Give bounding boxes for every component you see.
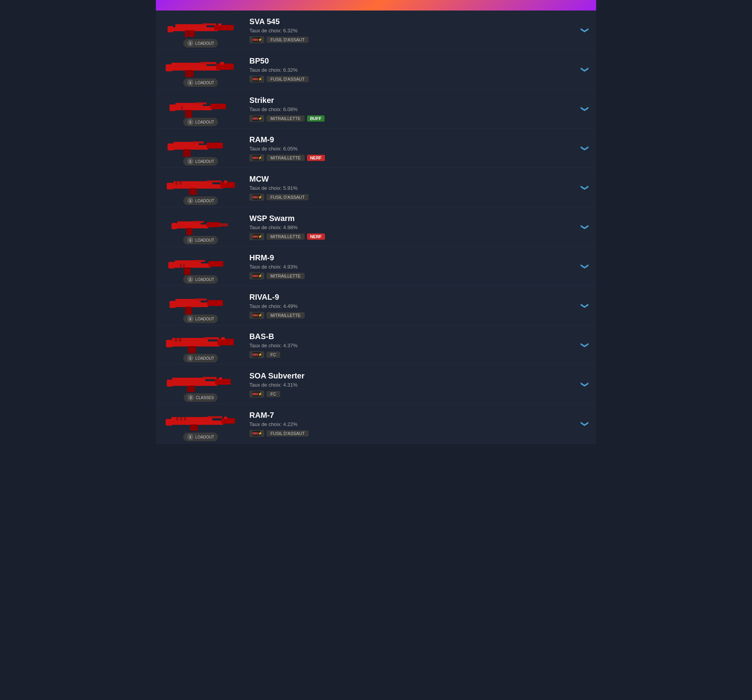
svg-rect-44 [194, 221, 204, 223]
game-tag: MW⚡ [249, 154, 264, 161]
svg-rect-58 [169, 301, 176, 308]
svg-rect-50 [168, 262, 175, 269]
weapon-image-area: 1 LOADOUT [160, 329, 242, 361]
type-tag: MITRAILLETTE [267, 273, 305, 279]
badge-number: 1 [187, 355, 193, 361]
svg-rect-79 [190, 424, 198, 431]
badge-label: LOADOUT [195, 120, 214, 124]
svg-rect-5 [218, 23, 221, 26]
badge-label: LOADOUT [195, 317, 214, 321]
svg-rect-20 [185, 110, 192, 118]
badge-number: 2 [187, 394, 194, 401]
loadout-badge: 1 LOADOUT [183, 236, 218, 244]
chevron-down-icon: ❯ [581, 302, 590, 309]
weapon-name: SOA Subverter [249, 371, 573, 380]
chevron-down-icon: ❯ [581, 381, 590, 388]
svg-rect-70 [172, 378, 205, 382]
type-tag: FUSIL D'ASSAUT [267, 194, 309, 200]
chevron-area[interactable]: ❯ [573, 222, 588, 232]
weapon-tags: MW⚡ FUSIL D'ASSAUT [249, 36, 573, 43]
loadout-badge: 1 LOADOUT [183, 157, 218, 166]
game-tag: MW⚡ [249, 233, 264, 240]
weapon-tags: MW⚡ FUSIL D'ASSAUT [249, 430, 573, 437]
mw-logo-icon: MW⚡ [252, 76, 261, 82]
weapon-info: RIVAL-9 Taux de choix: 4.49% MW⚡ MITRAIL… [249, 293, 573, 319]
svg-rect-1 [175, 24, 207, 27]
weapon-name: RAM-7 [249, 411, 573, 420]
chevron-down-icon: ❯ [581, 66, 590, 73]
badge-label: LOADOUT [195, 199, 214, 203]
chevron-area[interactable]: ❯ [573, 65, 588, 74]
loadout-badge: 1 LOADOUT [183, 433, 218, 441]
chevron-area[interactable]: ❯ [573, 419, 588, 428]
weapon-name: WSP Swarm [249, 214, 573, 223]
weapon-row[interactable]: 1 LOADOUT BP50 Taux de choix: 6.32% MW⚡ … [156, 50, 596, 89]
chevron-area[interactable]: ❯ [573, 143, 588, 153]
badge-number: 1 [187, 276, 193, 283]
game-tag: MW⚡ [249, 312, 264, 319]
svg-rect-9 [191, 30, 193, 37]
weapon-name: MCW [249, 175, 573, 184]
mw-logo-icon: MW⚡ [252, 273, 261, 279]
weapon-tags: MW⚡ FC [249, 351, 573, 358]
weapon-name: BP50 [249, 57, 573, 65]
weapon-name: BAS-B [249, 332, 573, 341]
loadout-badge: 1 LOADOUT [183, 275, 218, 284]
loadout-badge: 1 LOADOUT [183, 354, 218, 362]
header [156, 0, 596, 11]
svg-rect-27 [183, 149, 191, 157]
svg-rect-83 [176, 417, 178, 421]
chevron-area[interactable]: ❯ [573, 104, 588, 113]
type-tag: FUSIL D'ASSAUT [267, 430, 309, 437]
chevron-down-icon: ❯ [581, 224, 590, 230]
game-tag: MW⚡ [249, 36, 264, 43]
loadout-badge: 1 LOADOUT [183, 315, 218, 323]
svg-rect-59 [195, 299, 207, 301]
chevron-area[interactable]: ❯ [573, 183, 588, 192]
weapon-row[interactable]: 1 LOADOUT WSP Swarm Taux de choix: 4.98%… [156, 207, 596, 247]
weapon-row[interactable]: 1 LOADOUT RIVAL-9 Taux de choix: 4.49% M… [156, 286, 596, 325]
weapon-info: RAM-9 Taux de choix: 6.05% MW⚡ MITRAILLE… [249, 135, 573, 161]
weapon-row[interactable]: 1 LOADOUT RAM-7 Taux de choix: 4.22% MW⚡… [156, 404, 596, 444]
chevron-down-icon: ❯ [581, 184, 590, 191]
svg-rect-26 [207, 143, 223, 148]
loadout-badge: 1 LOADOUT [183, 118, 218, 126]
chevron-area[interactable]: ❯ [573, 340, 588, 350]
mw-logo-icon: MW⚡ [252, 431, 261, 436]
weapon-name: RAM-9 [249, 135, 573, 144]
chevron-area[interactable]: ❯ [573, 262, 588, 271]
type-tag: MITRAILLETTE [267, 312, 305, 318]
weapon-list: 1 LOADOUT SVA 545 Taux de choix: 6.32% M… [156, 11, 596, 444]
svg-rect-4 [168, 26, 173, 32]
weapon-tags: MW⚡ MITRAILLETTE NERF [249, 154, 573, 161]
svg-rect-57 [185, 307, 192, 315]
chevron-area[interactable]: ❯ [573, 301, 588, 310]
mw-logo-icon: MW⚡ [252, 155, 261, 161]
svg-rect-34 [167, 183, 173, 189]
mw-logo-icon: MW⚡ [252, 194, 261, 200]
badge-label: LOADOUT [195, 278, 214, 282]
weapon-info: BP50 Taux de choix: 6.32% MW⚡ FUSIL D'AS… [249, 57, 573, 83]
chevron-area[interactable]: ❯ [573, 25, 588, 35]
weapon-row[interactable]: 1 LOADOUT MCW Taux de choix: 5.91% MW⚡ F… [156, 168, 596, 207]
chevron-down-icon: ❯ [581, 421, 590, 427]
weapon-row[interactable]: 1 LOADOUT BAS-B Taux de choix: 4.37% MW⚡… [156, 325, 596, 365]
svg-rect-78 [221, 418, 235, 424]
weapon-tags: MW⚡ MITRAILLETTE [249, 312, 573, 319]
svg-rect-74 [219, 377, 222, 380]
type-tag: MITRAILLETTE [267, 115, 305, 122]
mw-logo-icon: MW⚡ [252, 352, 261, 357]
weapon-row[interactable]: 1 LOADOUT SVA 545 Taux de choix: 6.32% M… [156, 11, 596, 50]
weapon-row[interactable]: 1 LOADOUT Striker Taux de choix: 6.08% M… [156, 89, 596, 129]
svg-rect-73 [167, 380, 173, 387]
badge-label: LOADOUT [195, 238, 214, 242]
weapon-row[interactable]: 1 LOADOUT HRM-9 Taux de choix: 4.93% MW⚡… [156, 247, 596, 286]
badge-number: 1 [187, 40, 193, 46]
svg-rect-38 [179, 181, 182, 185]
type-tag: MITRAILLETTE [267, 233, 305, 240]
chevron-area[interactable]: ❯ [573, 380, 588, 389]
weapon-row[interactable]: 1 LOADOUT RAM-9 Taux de choix: 6.05% MW⚡… [156, 129, 596, 168]
svg-rect-32 [220, 182, 235, 188]
chevron-down-icon: ❯ [581, 106, 590, 112]
weapon-row[interactable]: 2 CLASSES SOA Subverter Taux de choix: 4… [156, 365, 596, 404]
